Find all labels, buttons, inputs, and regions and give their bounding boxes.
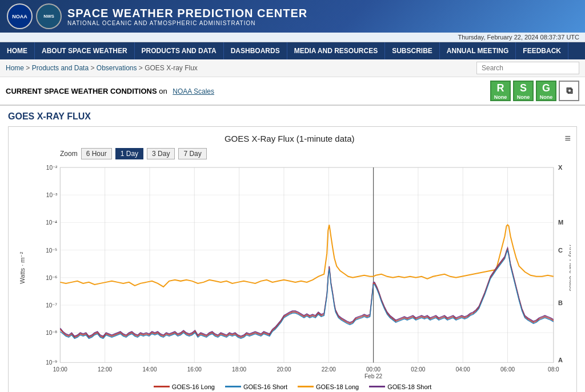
chart-svg-wrapper: 10⁻² 10⁻³ 10⁻⁴ 10⁻⁵ 10⁻⁶ 10⁻⁷ 10⁻⁸ 10⁻⁹ … [14, 162, 571, 380]
status-on-text: on [159, 87, 169, 95]
chart-title: GOES X-Ray Flux (1-minute data) [14, 134, 564, 143]
zoom-7day[interactable]: 7 Day [178, 148, 206, 159]
svg-text:12:00: 12:00 [98, 366, 113, 373]
search-input[interactable] [476, 62, 579, 74]
svg-text:Watts · m⁻²: Watts · m⁻² [19, 252, 26, 284]
svg-text:10⁻³: 10⁻³ [46, 192, 58, 198]
svg-text:B: B [558, 299, 563, 306]
legend-label-goes16-long: GOES-16 Long [172, 383, 215, 390]
legend-goes16-long: GOES-16 Long [154, 383, 215, 390]
main-content: GOES X-RAY FLUX GOES X-Ray Flux (1-minut… [0, 106, 585, 392]
breadcrumb: Home > Products and Data > Observations … [6, 64, 198, 72]
nav-annual[interactable]: ANNUAL MEETING [440, 42, 516, 59]
breadcrumb-observations[interactable]: Observations [97, 64, 137, 72]
badge-r[interactable]: R None [490, 81, 511, 101]
nav-feedback[interactable]: FEEDBACK [516, 42, 568, 59]
svg-text:06:00: 06:00 [500, 366, 515, 373]
zoom-1day[interactable]: 1 Day [115, 148, 143, 159]
site-title-block: SPACE WEATHER PREDICTION CENTER NATIONAL… [67, 7, 307, 26]
svg-text:00:00: 00:00 [366, 366, 381, 373]
badge-s[interactable]: S None [513, 81, 534, 101]
svg-text:10⁻⁸: 10⁻⁸ [46, 330, 57, 336]
nav-home[interactable]: HOME [0, 42, 35, 59]
main-nav: HOME ABOUT SPACE WEATHER PRODUCTS AND DA… [0, 42, 585, 59]
copy-button[interactable]: ⧉ [559, 81, 579, 101]
site-subtitle: NATIONAL OCEANIC AND ATMOSPHERIC ADMINIS… [67, 20, 307, 26]
zoom-3day[interactable]: 3 Day [147, 148, 175, 159]
legend-label-goes18-short: GOES-18 Short [387, 383, 431, 390]
svg-text:A: A [558, 357, 563, 363]
page-title: GOES X-RAY FLUX [8, 111, 577, 122]
nav-products[interactable]: PRODUCTS AND DATA [135, 42, 224, 59]
svg-text:18:00: 18:00 [232, 366, 247, 373]
legend-line-goes18-short [369, 386, 385, 387]
chart-container: GOES X-Ray Flux (1-minute data) ≡ Zoom 6… [8, 126, 577, 392]
svg-text:10⁻⁷: 10⁻⁷ [46, 302, 57, 309]
zoom-6hour[interactable]: 6 Hour [81, 148, 112, 159]
legend-goes18-short: GOES-18 Short [369, 383, 431, 390]
nav-media[interactable]: MEDIA AND RESOURCES [287, 42, 385, 59]
svg-text:X: X [558, 164, 563, 171]
svg-text:10⁻²: 10⁻² [46, 165, 58, 171]
svg-text:10⁻⁴: 10⁻⁴ [46, 219, 57, 226]
legend-label-goes18-long: GOES-18 Long [316, 383, 359, 390]
site-header: NOAA NWS SPACE WEATHER PREDICTION CENTER… [0, 0, 585, 33]
status-bar: CURRENT SPACE WEATHER CONDITIONS on NOAA… [0, 77, 585, 106]
noaa-logo: NOAA [7, 3, 33, 29]
zoom-controls: Zoom 6 Hour 1 Day 3 Day 7 Day [60, 148, 571, 159]
legend-label-goes16-short: GOES-16 Short [243, 383, 287, 390]
status-badges: R None S None G None ⧉ [490, 81, 579, 101]
svg-text:Xray Flare Class: Xray Flare Class [568, 245, 571, 291]
datetime-text: Thursday, February 22, 2024 08:37:37 UTC [458, 34, 579, 41]
nws-logo: NWS [36, 3, 62, 29]
legend-line-goes16-short [225, 386, 241, 387]
site-title: SPACE WEATHER PREDICTION CENTER [67, 7, 307, 20]
badge-g[interactable]: G None [536, 81, 556, 101]
nav-about[interactable]: ABOUT SPACE WEATHER [35, 42, 135, 59]
svg-text:10:00: 10:00 [53, 366, 68, 373]
svg-text:10⁻⁵: 10⁻⁵ [46, 247, 57, 254]
chart-legend: GOES-16 Long GOES-16 Short GOES-18 Long … [14, 383, 571, 390]
svg-text:C: C [558, 247, 563, 254]
svg-text:10⁻⁹: 10⁻⁹ [46, 359, 57, 366]
svg-text:22:00: 22:00 [322, 366, 336, 373]
svg-text:16:00: 16:00 [187, 366, 202, 373]
svg-text:10⁻⁶: 10⁻⁶ [46, 275, 57, 281]
legend-goes18-long: GOES-18 Long [298, 383, 359, 390]
legend-line-goes16-long [154, 386, 170, 387]
breadcrumb-bar: Home > Products and Data > Observations … [0, 59, 585, 77]
svg-text:02:00: 02:00 [411, 366, 426, 373]
chart-header: GOES X-Ray Flux (1-minute data) ≡ [14, 133, 571, 145]
svg-text:08:0: 08:0 [548, 366, 559, 373]
breadcrumb-current: GOES X-ray Flux [145, 64, 198, 72]
svg-text:Feb 22: Feb 22 [364, 373, 383, 379]
legend-line-goes18-long [298, 386, 314, 387]
chart-svg: 10⁻² 10⁻³ 10⁻⁴ 10⁻⁵ 10⁻⁶ 10⁻⁷ 10⁻⁸ 10⁻⁹ … [14, 162, 571, 380]
chart-menu-icon[interactable]: ≡ [564, 133, 571, 145]
status-label-group: CURRENT SPACE WEATHER CONDITIONS on NOAA… [6, 87, 214, 95]
status-label: CURRENT SPACE WEATHER CONDITIONS [6, 87, 157, 95]
legend-goes16-short: GOES-16 Short [225, 383, 287, 390]
svg-text:04:00: 04:00 [456, 366, 471, 373]
nav-subscribe[interactable]: SUBSCRIBE [385, 42, 440, 59]
svg-text:20:00: 20:00 [277, 366, 291, 373]
noaa-scales-link[interactable]: NOAA Scales [173, 87, 214, 95]
nav-dashboards[interactable]: DASHBOARDS [224, 42, 287, 59]
breadcrumb-products[interactable]: Products and Data [32, 64, 89, 72]
zoom-label: Zoom [60, 150, 78, 158]
datetime-bar: Thursday, February 22, 2024 08:37:37 UTC [0, 33, 585, 42]
breadcrumb-home[interactable]: Home [6, 64, 24, 72]
svg-text:14:00: 14:00 [142, 366, 157, 373]
svg-text:M: M [558, 219, 563, 226]
